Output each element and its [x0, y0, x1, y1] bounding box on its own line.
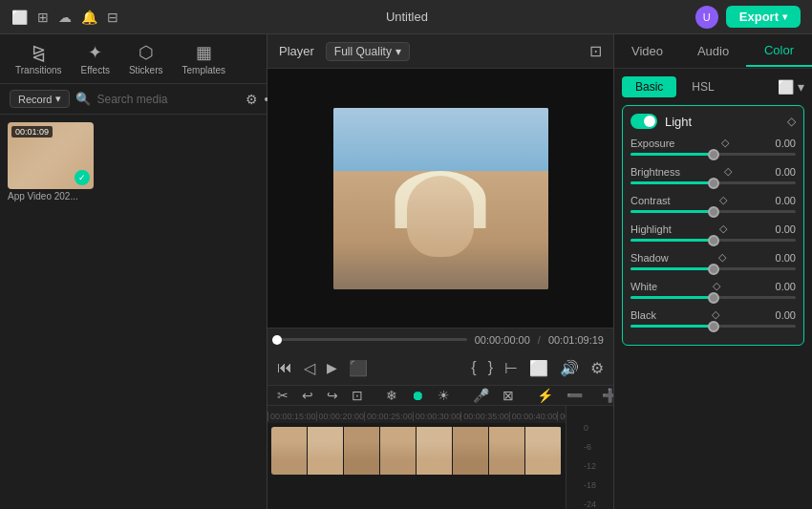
main-area: ⧎ Transitions ✦ Effects ⬡ Stickers ▦ Tem… [0, 34, 812, 509]
skip-back-button[interactable]: ⏮ [277, 359, 292, 376]
audio-button[interactable]: 🔊 [560, 359, 579, 377]
stickers-icon: ⬡ [139, 42, 154, 63]
slider-track-white[interactable] [630, 296, 796, 299]
slider-label-white: White [630, 281, 657, 292]
slider-fill-exposure [630, 153, 714, 156]
timeline-panel: ✂ ↩ ↪ ⊡ ❄ ⏺ ☀ 🎤 ⊠ ⚡ ➖ ➕ Meter [267, 385, 613, 509]
filter-row: Basic HSL ⬜ ▾ [622, 76, 804, 97]
scrubber-thumb[interactable] [272, 335, 282, 345]
slider-reset-highlight[interactable]: ◇ [719, 223, 727, 235]
tl-sun-button[interactable]: ☀ [434, 386, 454, 405]
transitions-tool[interactable]: ⧎ Transitions [15, 42, 62, 75]
avatar[interactable]: U [695, 6, 718, 29]
playback-controls: 00:00:00:00 / 00:01:09:19 ⏮ ◁ ▶ ⬛ { } ⊢ … [267, 328, 613, 385]
slider-value-contrast: 0.00 [776, 195, 796, 206]
tl-redo-button[interactable]: ↪ [323, 386, 342, 405]
scrubber-track[interactable] [277, 338, 467, 341]
slider-thumb-white[interactable] [708, 292, 719, 304]
left-sidebar: ⧎ Transitions ✦ Effects ⬡ Stickers ▦ Tem… [0, 34, 267, 509]
slider-track-exposure[interactable] [630, 153, 796, 156]
quality-select[interactable]: Full Quality ▾ [326, 42, 410, 61]
slider-track-contrast[interactable] [630, 210, 796, 213]
media-name: App Video 202... [8, 191, 94, 201]
slider-fill-black [630, 325, 714, 328]
slider-track-black[interactable] [630, 325, 796, 328]
meter-minus6: -6 [584, 442, 596, 452]
record-dropdown[interactable]: Record ▾ [10, 90, 70, 108]
cloud-icon: ☁ [58, 10, 72, 25]
filter-display-icon[interactable]: ⬜ ▾ [778, 79, 804, 95]
media-thumbnail[interactable]: 00:01:09 ✓ [8, 122, 94, 189]
filter-icon[interactable]: ⚙ [246, 92, 258, 107]
export-label: Export [739, 10, 779, 24]
video-strip[interactable] [271, 427, 562, 475]
timeline-scrubber[interactable]: 00:00:00:00 / 00:01:09:19 [267, 329, 613, 351]
search-input[interactable] [96, 93, 240, 106]
slider-thumb-exposure[interactable] [708, 149, 719, 160]
templates-tool[interactable]: ▦ Templates [182, 42, 226, 75]
slider-track-highlight[interactable] [630, 239, 796, 242]
slider-value-brightness: 0.00 [776, 166, 796, 178]
mark-in-button[interactable]: { [471, 359, 476, 376]
export-button[interactable]: Export ▾ [726, 6, 801, 28]
media-duration: 00:01:09 [11, 126, 53, 138]
slider-reset-white[interactable]: ◇ [713, 280, 720, 292]
slider-reset-brightness[interactable]: ◇ [724, 165, 732, 178]
tl-freeze-button[interactable]: ❄ [382, 386, 401, 405]
tl-cut-button[interactable]: ✂ [273, 386, 292, 405]
toggle-knob [644, 116, 655, 127]
effects-tool[interactable]: ✦ Effects [81, 42, 110, 75]
strip-frame-1 [271, 427, 308, 475]
basic-tab[interactable]: Basic [622, 76, 676, 97]
ruler-marks: 00:00:15:00 00:00:20:00 00:00:25:00 00:0… [267, 406, 566, 423]
total-time: 00:01:09:19 [548, 334, 604, 346]
video-content [333, 108, 548, 289]
document-title: Untitled [386, 10, 428, 24]
timeline-ruler: 00:00:15:00 00:00:20:00 00:00:25:00 00:0… [267, 406, 566, 509]
filter-chevron-icon: ▾ [798, 79, 804, 95]
hsl-tab[interactable]: HSL [682, 76, 723, 97]
light-toggle[interactable] [630, 114, 657, 129]
slider-track-brightness[interactable] [630, 181, 796, 184]
slider-reset-shadow[interactable]: ◇ [718, 251, 726, 264]
split-button[interactable]: ⊢ [504, 359, 518, 377]
sliders-container: Exposure ◇ 0.00 Brightness ◇ 0.00 Contra… [630, 137, 796, 328]
slider-reset-black[interactable]: ◇ [712, 308, 719, 321]
tl-trim-button[interactable]: ⊠ [499, 386, 518, 405]
slider-thumb-contrast[interactable] [708, 206, 719, 218]
reset-light-icon[interactable]: ◇ [787, 115, 796, 128]
tl-undo-button[interactable]: ↩ [298, 386, 317, 405]
frame-back-button[interactable]: ◁ [304, 359, 315, 377]
settings-button[interactable]: ⚙ [590, 359, 604, 377]
window-controls: ⬜ ⊞ ☁ 🔔 ⊟ [11, 10, 118, 25]
tab-audio[interactable]: Audio [680, 36, 746, 66]
monitor-button[interactable]: ⬜ [529, 359, 548, 377]
stop-button[interactable]: ⬛ [349, 359, 368, 377]
slider-fill-highlight [630, 239, 714, 242]
tl-mic-button[interactable]: 🎤 [469, 386, 493, 405]
slider-track-shadow[interactable] [630, 267, 796, 270]
slider-thumb-shadow[interactable] [708, 264, 719, 275]
tl-crop-button[interactable]: ⊡ [348, 386, 367, 405]
tl-record-button[interactable]: ⏺ [407, 386, 428, 405]
search-icon: 🔍 [75, 92, 91, 106]
slider-thumb-highlight[interactable] [708, 235, 719, 246]
mark-out-button[interactable]: } [488, 359, 493, 376]
tab-video[interactable]: Video [614, 36, 680, 66]
slider-value-exposure: 0.00 [776, 138, 796, 149]
tl-minus-button[interactable]: ➖ [563, 386, 587, 405]
tl-effect-button[interactable]: ⚡ [533, 386, 557, 405]
list-item[interactable]: 00:01:09 ✓ App Video 202... [8, 122, 259, 201]
stickers-tool[interactable]: ⬡ Stickers [129, 42, 163, 75]
tl-plus-button[interactable]: ➕ [598, 386, 613, 405]
player-expand-icon[interactable]: ⊡ [589, 42, 602, 60]
tab-color[interactable]: Color [746, 35, 812, 67]
meter-minus12: -12 [584, 461, 596, 471]
slider-reset-exposure[interactable]: ◇ [721, 137, 729, 149]
transitions-label: Transitions [15, 65, 62, 75]
ruler-mark-40: 00:00:40:00 [509, 412, 558, 421]
slider-reset-contrast[interactable]: ◇ [719, 194, 727, 206]
play-button[interactable]: ▶ [327, 360, 337, 375]
slider-thumb-black[interactable] [708, 321, 719, 332]
slider-thumb-brightness[interactable] [708, 178, 719, 189]
